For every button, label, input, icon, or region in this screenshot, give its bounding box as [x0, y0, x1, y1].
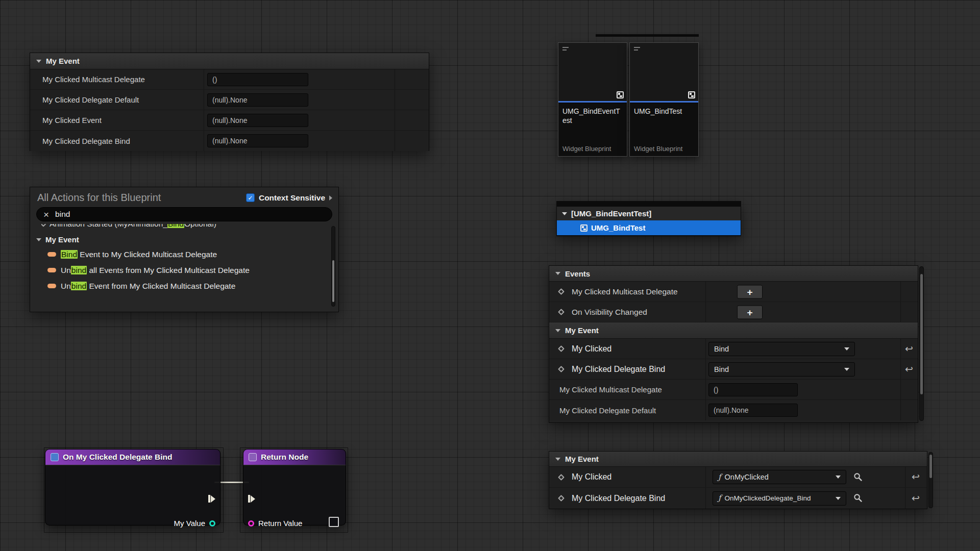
action-item[interactable]: Unbind Event from My Clicked Multicast D…	[30, 278, 338, 294]
event-pin-icon	[558, 309, 565, 315]
scrollbar[interactable]	[331, 226, 335, 307]
category-header-my-event[interactable]: My Event	[30, 53, 429, 69]
asset-type-color-strip	[558, 101, 627, 103]
function-result-node-icon	[249, 453, 257, 461]
category-label: My Event	[565, 455, 599, 463]
checkbox-checked-icon[interactable]: ✓	[246, 193, 255, 202]
return-value-checkbox[interactable]	[329, 517, 339, 527]
value-text: (null).None	[212, 137, 247, 145]
column-divider	[900, 400, 901, 420]
category-header-my-event[interactable]: My Event	[549, 322, 918, 339]
output-pin-my-value[interactable]: My Value	[174, 519, 215, 528]
property-label: My Clicked Multicast Delegate	[42, 75, 145, 84]
scrollbar-thumb[interactable]	[332, 260, 334, 302]
action-text: Bind Event to My Clicked Multicast Deleg…	[61, 250, 217, 259]
search-input[interactable]: × bind	[36, 207, 332, 221]
asset-thumbnail	[558, 43, 627, 103]
value-text: ()	[714, 386, 718, 394]
event-pin-icon	[558, 366, 565, 372]
event-pin-icon	[558, 288, 565, 295]
event-pin-icon	[558, 474, 565, 481]
column-divider	[705, 339, 706, 359]
event-node-icon	[51, 453, 59, 461]
input-pin-return-value[interactable]: Return Value	[248, 519, 302, 528]
search-icon[interactable]	[853, 493, 863, 503]
value-input[interactable]: ()	[207, 73, 308, 86]
property-label: My Clicked	[572, 344, 611, 354]
search-value: bind	[55, 210, 70, 219]
function-icon: ƒ	[718, 494, 721, 502]
widget-hierarchy-panel: [UMG_BindEventTest] UMG_BindTest	[556, 201, 741, 236]
add-event-button[interactable]: +	[737, 305, 763, 319]
node-header: Return Node	[243, 449, 346, 465]
bind-dropdown[interactable]: Bind	[708, 362, 855, 377]
value-text: (null).None	[212, 116, 247, 124]
action-text: Unbind Event from My Clicked Multicast D…	[61, 282, 235, 291]
column-divider	[900, 339, 901, 359]
value-input[interactable]: ()	[708, 383, 798, 396]
column-divider	[705, 302, 706, 322]
delegate-icon	[47, 268, 56, 272]
delegate-icon	[47, 284, 56, 288]
column-divider	[900, 302, 901, 322]
hierarchy-root-row[interactable]: [UMG_BindEventTest]	[557, 207, 741, 220]
asset-card-umg-bindtest[interactable]: UMG_BindTest Widget Blueprint	[629, 42, 699, 157]
action-item[interactable]: Bind Event to My Clicked Multicast Deleg…	[30, 246, 338, 262]
category-label: My Event	[565, 326, 599, 335]
widget-blueprint-icon	[688, 91, 695, 98]
expand-arrow-icon[interactable]	[329, 195, 332, 201]
hierarchy-root-label: [UMG_BindEventTest]	[571, 209, 651, 218]
value-input[interactable]: (null).None	[708, 404, 798, 417]
column-divider	[395, 110, 395, 130]
clear-search-icon[interactable]: ×	[43, 210, 49, 219]
scrollbar-thumb[interactable]	[929, 455, 932, 478]
node-return-node[interactable]: Return Node Return Value	[243, 449, 346, 525]
reset-to-default-icon[interactable]: ↩	[912, 472, 920, 482]
scrollbar-thumb[interactable]	[920, 274, 923, 394]
node-body: My Value	[45, 465, 220, 525]
reset-to-default-icon[interactable]: ↩	[905, 364, 913, 373]
node-on-my-clicked-delegate-bind[interactable]: On My Clicked Delegate Bind My Value	[45, 449, 220, 525]
widget-blueprint-icon	[617, 91, 624, 98]
add-event-button[interactable]: +	[737, 285, 763, 298]
reset-to-default-icon[interactable]: ↩	[905, 343, 913, 353]
dropdown-value: OnMyClickedDelegate_Bind	[725, 494, 811, 502]
reset-to-default-icon[interactable]: ↩	[912, 493, 920, 503]
clipped-list-item[interactable]: Animation Started (MyAnimation_BindOptio…	[41, 224, 338, 232]
function-dropdown[interactable]: ƒ OnMyClickedDelegate_Bind	[713, 491, 846, 506]
category-header-events[interactable]: Events	[549, 266, 918, 282]
value-input[interactable]: (null).None	[207, 114, 308, 127]
exec-output-pin[interactable]	[208, 495, 215, 503]
category-label: Events	[565, 269, 590, 278]
node-title: On My Clicked Delegate Bind	[63, 453, 172, 462]
value-text: ()	[212, 76, 217, 84]
bind-dropdown[interactable]: Bind	[708, 342, 855, 356]
column-divider	[705, 400, 706, 420]
value-text: (null).None	[212, 96, 247, 104]
exec-input-pin[interactable]	[248, 495, 255, 503]
scrollbar[interactable]	[919, 266, 924, 421]
asset-name: UMG_BindEventTest	[558, 103, 627, 125]
property-label: My Clicked Multicast Delegate	[559, 385, 662, 394]
node-body: Return Value	[243, 465, 346, 525]
hierarchy-item-label: UMG_BindTest	[591, 223, 645, 232]
scrollbar[interactable]	[928, 452, 933, 508]
search-icon[interactable]	[853, 472, 863, 482]
category-header-my-event[interactable]: My Event	[549, 452, 927, 467]
column-divider	[204, 69, 204, 89]
context-sensitive-toggle[interactable]: ✓ Context Sensitive	[246, 193, 332, 203]
column-divider	[705, 380, 706, 399]
action-item[interactable]: Unbind all Events from My Clicked Multic…	[30, 262, 338, 278]
asset-thumbnail	[630, 43, 698, 103]
hierarchy-selected-row[interactable]: UMG_BindTest	[557, 220, 741, 235]
asset-card-umg-bindeventtest[interactable]: UMG_BindEventTest Widget Blueprint	[558, 42, 627, 157]
value-input[interactable]: (null).None	[207, 134, 308, 147]
column-divider	[204, 131, 204, 151]
actions-category-my-event[interactable]: My Event	[30, 232, 338, 246]
value-input[interactable]: (null).None	[207, 93, 308, 107]
function-dropdown[interactable]: ƒ OnMyClicked	[713, 470, 846, 484]
bind-row: My Clicked Bind ↩	[549, 339, 918, 359]
context-sensitive-label: Context Sensitive	[259, 193, 325, 203]
dropdown-value: OnMyClicked	[725, 473, 769, 481]
value-text: (null).None	[714, 406, 748, 414]
